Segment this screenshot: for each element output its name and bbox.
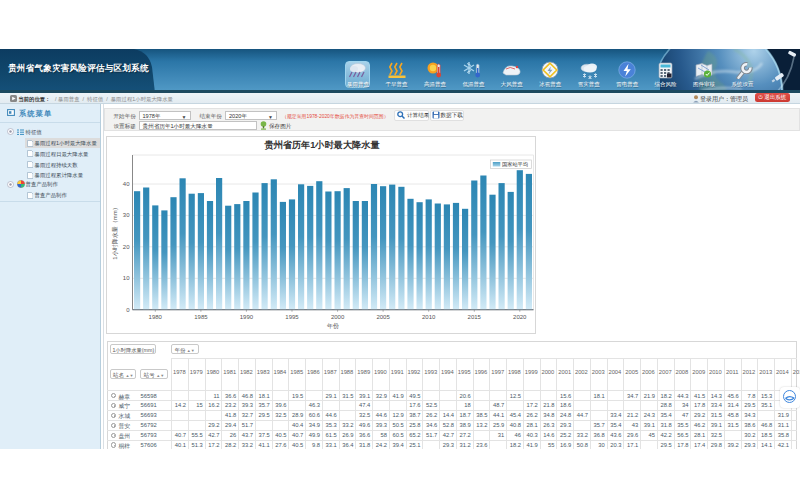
svg-text:国家站平均: 国家站平均 (502, 161, 528, 168)
svg-text:2015: 2015 (468, 314, 482, 320)
svg-text:1995: 1995 (285, 314, 299, 320)
svg-text:1小时降水量（mm）: 1小时降水量（mm） (111, 204, 119, 259)
svg-text:1990: 1990 (240, 314, 254, 320)
svg-text:2005: 2005 (376, 314, 390, 320)
svg-text:1985: 1985 (194, 314, 208, 320)
svg-text:10: 10 (123, 275, 130, 281)
svg-text:2010: 2010 (422, 314, 436, 320)
svg-text:0: 0 (126, 307, 130, 313)
svg-text:年份: 年份 (327, 322, 339, 330)
svg-text:2020: 2020 (513, 314, 527, 320)
svg-text:2000: 2000 (331, 314, 345, 320)
svg-text:1980: 1980 (149, 314, 163, 320)
svg-text:贵州省历年1小时最大降水量: 贵州省历年1小时最大降水量 (264, 140, 380, 150)
svg-text:30: 30 (123, 212, 130, 218)
svg-text:40: 40 (123, 181, 130, 187)
svg-text:20: 20 (123, 244, 130, 250)
